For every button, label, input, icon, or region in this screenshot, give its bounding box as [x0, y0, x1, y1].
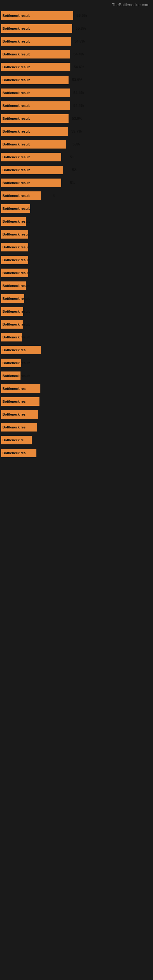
bar-label: Bottleneck result	[2, 40, 30, 43]
bar-row: Bottleneck result	[0, 202, 153, 215]
bar-label: Bottleneck result	[2, 220, 30, 223]
bar-row: Bottleneck result	[0, 267, 153, 279]
bar-label: Bottleneck result	[2, 374, 30, 378]
bar-value: 54.4%	[73, 103, 84, 108]
bar-row: Bottleneck result53.9%	[0, 112, 153, 125]
chart-container: Bottleneck result55.5%Bottleneck result5…	[0, 8, 153, 461]
bar-row: Bottleneck result54.6%	[0, 61, 153, 73]
bar-value: 55.3%	[76, 26, 86, 30]
bar-label: Bottleneck result	[2, 104, 30, 108]
bar-value: 51.	[70, 181, 75, 185]
bar-row: Bottleneck res	[0, 408, 153, 420]
bar-label: Bottleneck result	[2, 194, 30, 197]
bar-row: Bottleneck result51.	[0, 151, 153, 163]
bar-row: Bottleneck result	[0, 318, 153, 331]
bar-label: Bottleneck res	[2, 412, 26, 416]
bar-label: Bottleneck res	[2, 400, 26, 403]
bar-value: 53%	[73, 142, 80, 146]
bar-row: Bottleneck result	[0, 254, 153, 266]
bar-label: Bottleneck result	[2, 27, 30, 30]
bar-value: 53.9%	[72, 116, 82, 121]
bar-label: Bottleneck result	[2, 271, 30, 275]
bar-label: Bottleneck result	[2, 207, 30, 210]
bar-value: 54.8%	[74, 39, 85, 43]
bar-row: Bottleneck result53%	[0, 138, 153, 150]
bar-row: Bottleneck res	[0, 447, 153, 459]
bar-label: Bottleneck result	[2, 130, 30, 133]
bar-value: 52.	[72, 168, 77, 172]
bar-label: Bottleneck re	[2, 438, 24, 442]
bar-row: Bottleneck result51.	[0, 177, 153, 189]
bar-label: Bottleneck result	[2, 245, 30, 249]
bar-label: Bottleneck result	[2, 168, 30, 172]
bar-row: Bottleneck res	[0, 395, 153, 407]
bar-value: 53.7%	[71, 129, 82, 134]
bar-value: 54.6%	[74, 65, 84, 69]
bar-row: Bottleneck result	[0, 331, 153, 343]
bar-label: Bottleneck result	[2, 310, 30, 313]
bar-label: Bottleneck result	[2, 258, 30, 262]
bar-row: Bottleneck result54.4%	[0, 100, 153, 112]
bar-label: Bottleneck result	[2, 361, 30, 365]
bar-value: 55.5%	[76, 13, 87, 18]
bar-value: 51.	[70, 155, 75, 159]
bar-label: Bottleneck result	[2, 284, 30, 288]
bar-label: Bottleneck result	[2, 91, 30, 95]
bar-value: 4	[53, 194, 55, 198]
bar-label: Bottleneck result	[2, 335, 30, 339]
bar-row: Bottleneck result55.5%	[0, 10, 153, 22]
bar-label: Bottleneck res	[2, 425, 26, 429]
bar-row: Bottleneck result52.	[0, 164, 153, 176]
bar-row: Bottleneck result53.9%	[0, 74, 153, 86]
bar-label: Bottleneck result	[2, 297, 30, 301]
bar-value: 54.4%	[73, 52, 84, 56]
bar-row: Bottleneck result	[0, 305, 153, 318]
bar-row: Bottleneck result	[0, 215, 153, 228]
bar-label: Bottleneck result	[2, 181, 30, 185]
bar-label: Bottleneck result	[2, 323, 30, 326]
bar-row: Bottleneck result	[0, 357, 153, 369]
bar-label: Bottleneck res	[2, 387, 26, 390]
bar-row: Bottleneck res	[0, 382, 153, 395]
bar-label: Bottleneck result	[2, 155, 30, 159]
bar-row: Bottleneck result55.3%	[0, 22, 153, 35]
bar-value: 54.4%	[73, 91, 84, 95]
bar-label: Bottleneck res	[2, 348, 26, 352]
bar-row: Bottleneck res	[0, 344, 153, 356]
bar-row: Bottleneck result54.4%	[0, 48, 153, 60]
site-title: TheBottlenecker.com	[0, 0, 153, 8]
bar-label: Bottleneck result	[2, 78, 30, 82]
bar-label: Bottleneck result	[2, 142, 30, 146]
bar-row: Bottleneck result	[0, 280, 153, 292]
bar-value: 53.9%	[72, 78, 82, 82]
bar-row: Bottleneck result	[0, 228, 153, 240]
bar-label: Bottleneck result	[2, 117, 30, 120]
bar-label: Bottleneck result	[2, 232, 30, 236]
bar-row: Bottleneck result54.4%	[0, 87, 153, 99]
bar-row: Bottleneck result4	[0, 189, 153, 202]
bar-label: Bottleneck result	[2, 14, 30, 18]
bar-label: Bottleneck result	[2, 52, 30, 56]
bar-row: Bottleneck result	[0, 241, 153, 253]
bar-row: Bottleneck result53.7%	[0, 125, 153, 137]
bar-row: Bottleneck res	[0, 421, 153, 433]
bar-row: Bottleneck result	[0, 370, 153, 382]
bar-row: Bottleneck re	[0, 434, 153, 446]
bar-label: Bottleneck res	[2, 451, 26, 455]
bar-row: Bottleneck result54.8%	[0, 35, 153, 48]
bar-row: Bottleneck result	[0, 293, 153, 305]
bar-label: Bottleneck result	[2, 65, 30, 69]
